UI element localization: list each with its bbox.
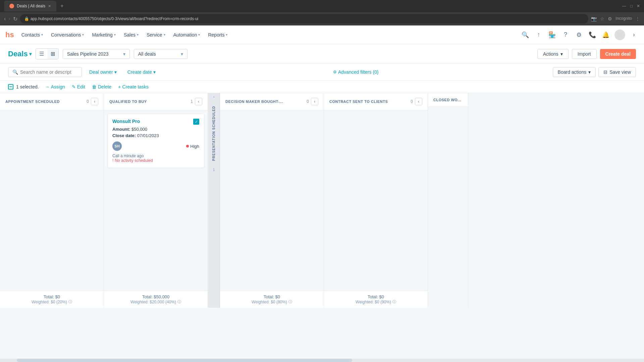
assign-action[interactable]: → Assign [43,83,67,90]
new-tab-button[interactable]: + [60,3,63,9]
address-bar-icons: 📷 ☆ ⚙ Incognito ⋮ [591,16,640,21]
column-appointment-scheduled: APPOINTMENT SCHEDULED 0 ‹ Total: $0 Weig… [0,93,104,308]
nav-automation[interactable]: Automation ▾ [170,30,204,40]
search-input[interactable] [20,69,77,75]
col-weighted-qualified-to-buy: Weighted: $20,000 (40%) ⓘ [109,299,202,304]
nav-service[interactable]: Service ▾ [143,30,169,40]
tab-close-button[interactable]: ✕ [48,4,51,8]
deals-filter-selector[interactable]: All deals ▾ [134,49,187,59]
profile-icon[interactable]: Incognito [615,16,632,21]
deal-owner-chevron-icon: ▾ [114,69,117,75]
deal-amount-wonsult-pro: Amount: $50,000 [112,127,199,132]
nav-conversations[interactable]: Conversations ▾ [48,30,88,40]
pipeline-selector[interactable]: Sales Pipeline 2023 ▾ [63,49,130,59]
create-tasks-action[interactable]: + Create tasks [116,83,151,90]
col-header-appointment-scheduled: APPOINTMENT SCHEDULED 0 ‹ [0,93,104,110]
deal-name-wonsult-pro[interactable]: Wonsult Pro [112,119,140,124]
phone-icon-button[interactable]: 📞 [588,30,597,40]
settings-icon-button[interactable]: ⚙ [574,30,584,40]
col-body-appointment-scheduled [0,110,104,291]
back-button[interactable]: ‹ [4,16,6,22]
browser-tab[interactable]: Deals | All deals ✕ [4,1,56,11]
column-decision-maker-bought: DECISION MAKER BOUGHT-... 0 ‹ Total: $0 … [220,93,324,308]
help-icon-button[interactable]: ? [561,30,570,40]
page-title: Deals ▾ [8,50,32,58]
search-icon-button[interactable]: 🔍 [521,30,530,40]
col-count-appointment-scheduled: 0 [87,99,89,104]
notifications-icon-button[interactable]: 🔔 [601,30,610,40]
deal-close-date-wonsult-pro: Close date: 07/01/2023 [112,133,199,138]
col-collapse-qualified-to-buy[interactable]: ‹ [195,98,202,105]
maximize-button[interactable]: □ [630,4,633,8]
screen-capture-icon[interactable]: 📷 [591,16,597,21]
grid-view-button[interactable]: ⊞ [47,49,58,59]
title-dropdown-icon[interactable]: ▾ [29,51,32,57]
col-weighted-decision-maker-bought: Weighted: $0 (80%) ⓘ [225,299,318,304]
browser-settings-icon[interactable]: ⚙ [608,16,612,21]
refresh-button[interactable]: ↻ [13,16,17,22]
selection-bar: 1 selected. → Assign ✎ Edit 🗑 Delete + C… [0,81,644,93]
deal-priority-wonsult-pro: High [186,144,199,149]
import-button[interactable]: Import [572,49,597,59]
col-body-qualified-to-buy: Wonsult Pro ✓ Amount: $50,000 Close date… [104,110,208,291]
info-icon-qualified-to-buy[interactable]: ⓘ [177,299,181,304]
nav-marketing[interactable]: Marketing ▾ [89,30,119,40]
edit-action[interactable]: ✎ Edit [70,83,87,90]
col-total-appointment-scheduled: Total: $0 Weighted: $0 (20%) ⓘ [0,291,104,308]
col-collapse-appointment-scheduled[interactable]: ‹ [91,98,98,105]
search-box[interactable]: 🔍 [8,67,82,77]
info-icon-appointment-scheduled[interactable]: ⓘ [68,299,72,304]
forward-button[interactable]: › [8,16,10,22]
delete-action[interactable]: 🗑 Delete [90,83,113,90]
marketing-chevron-icon: ▾ [114,33,116,37]
deal-owner-filter[interactable]: Deal owner ▾ [86,67,120,77]
board-actions-chevron-icon: ▾ [588,69,591,75]
tab-title: Deals | All deals [17,4,45,8]
column-closed-won: CLOSED WO... [428,93,468,308]
list-view-button[interactable]: ☰ [36,49,47,59]
select-all-checkbox[interactable] [8,84,13,89]
col-header-qualified-to-buy: QUALIFIED TO BUY 1 ‹ [104,93,208,110]
actions-button[interactable]: Actions ▾ [537,49,569,59]
info-icon-decision-maker-bought[interactable]: ⓘ [288,299,292,304]
conversations-chevron-icon: ▾ [82,33,84,37]
url-bar[interactable]: 🔒 app.hubspot.com/contacts/40055750/obje… [20,14,589,23]
nav-reports[interactable]: Reports ▾ [205,30,231,40]
close-button[interactable]: ✕ [637,4,640,8]
col-total-decision-maker-bought: Total: $0 Weighted: $0 (80%) ⓘ [220,291,324,308]
minimize-button[interactable]: — [622,4,626,8]
col-header-closed-won: CLOSED WO... [428,93,468,107]
save-view-button[interactable]: ⊟ Save view [598,67,636,77]
col-collapse-contract-sent[interactable]: ‹ [415,98,422,105]
user-avatar[interactable] [614,29,625,40]
create-date-filter[interactable]: Create date ▾ [124,67,159,77]
nav-right-icons: 🔍 ↑ 🏪 ? ⚙ 📞 🔔 › [521,29,639,40]
reports-chevron-icon: ▾ [226,33,227,37]
deal-activity-wonsult-pro: Call a minute ago [112,154,199,158]
col-body-contract-sent [324,110,428,291]
extensions-icon[interactable]: ⋮ [635,16,640,21]
marketplace-icon-button[interactable]: 🏪 [547,30,557,40]
advanced-filters-button[interactable]: ⚙ Advanced filters (0) [330,67,382,77]
col-weighted-contract-sent: Weighted: $0 (90%) ⓘ [329,299,422,304]
info-icon-contract-sent[interactable]: ⓘ [392,299,396,304]
assign-arrow-icon: → [45,84,50,89]
selected-count-text: 1 selected. [16,84,39,89]
bookmark-icon[interactable]: ☆ [600,16,604,21]
edit-pencil-icon: ✎ [72,84,76,89]
nav-contacts[interactable]: Contacts ▾ [18,30,46,40]
col-body-decision-maker-bought [220,110,324,291]
board-actions-button[interactable]: Board actions ▾ [553,67,596,77]
nav-more-icon[interactable]: › [629,30,639,40]
nav-sales[interactable]: Sales ▾ [120,30,142,40]
col-expand-presentation-scheduled[interactable]: › [212,93,216,101]
hubspot-logo[interactable]: hs [5,31,14,39]
nav-buttons: ‹ › ↻ [4,16,17,22]
col-title-contract-sent: CONTRACT SENT TO CLIENTS [329,100,409,104]
create-deal-button[interactable]: Create deal [600,49,636,59]
actions-chevron-icon: ▾ [560,51,563,57]
col-body-closed-won [428,107,468,308]
deal-checkbox-wonsult-pro[interactable]: ✓ [193,119,199,125]
col-collapse-decision-maker-bought[interactable]: ‹ [311,98,318,105]
upgrade-icon-button[interactable]: ↑ [534,30,543,40]
